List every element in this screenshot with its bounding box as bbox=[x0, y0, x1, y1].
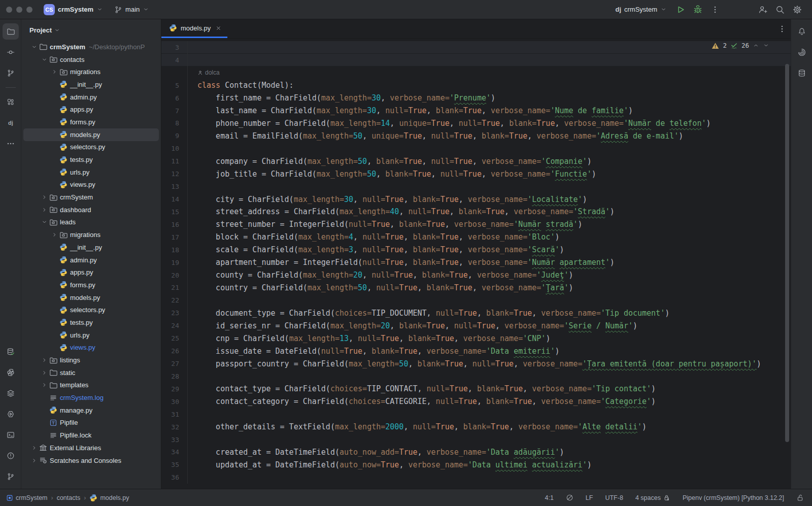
tree-item-crmSystem[interactable]: crmSystem bbox=[23, 191, 159, 204]
tool-services-button[interactable] bbox=[3, 385, 19, 401]
line-number[interactable]: 3 bbox=[161, 41, 188, 54]
line-number[interactable]: 9 bbox=[161, 129, 188, 142]
tree-item-dashboard[interactable]: dashboard bbox=[23, 204, 159, 216]
tree-item-migrations[interactable]: migrations bbox=[23, 228, 159, 241]
tree-item-tests.py[interactable]: tests.py bbox=[23, 316, 159, 329]
line-number[interactable]: 6 bbox=[161, 92, 188, 105]
code-line-4[interactable]: 4 bbox=[161, 54, 791, 66]
line-number[interactable]: 12 bbox=[161, 167, 188, 180]
editor-options-button[interactable] bbox=[773, 19, 791, 38]
line-number[interactable]: 7 bbox=[161, 105, 188, 117]
status-caret-position[interactable]: 4:1 bbox=[545, 494, 553, 501]
code-line-22[interactable]: 22 bbox=[161, 294, 791, 307]
prev-problem-icon[interactable] bbox=[753, 42, 759, 49]
tree-item-urls.py[interactable]: urls.py bbox=[23, 329, 159, 342]
line-number[interactable]: 19 bbox=[161, 256, 188, 269]
zoom-window-button[interactable] bbox=[26, 7, 32, 13]
line-number[interactable]: 31 bbox=[161, 408, 188, 421]
tree-item-migrations[interactable]: migrations bbox=[23, 65, 159, 78]
code-line-18[interactable]: 18 scale = CharField(max_length=3, null=… bbox=[161, 244, 791, 256]
code-line-9[interactable]: 9 email = EmailField(max_length=50, uniq… bbox=[161, 129, 791, 142]
code-area[interactable]: 2 26 34 dolca5class Contact(Model):6 fir… bbox=[161, 39, 791, 489]
tool-notifications-button[interactable] bbox=[794, 23, 810, 40]
tree-item-apps.py[interactable]: apps.py bbox=[23, 266, 159, 279]
line-number[interactable]: 16 bbox=[161, 218, 188, 231]
tool-more-tool-windows-button[interactable] bbox=[3, 136, 19, 152]
code-line-35[interactable]: 35 updated_at = DateTimeField(auto_now=T… bbox=[161, 458, 791, 471]
code-line-33[interactable]: 33 bbox=[161, 433, 791, 446]
chevron-right-icon[interactable] bbox=[50, 231, 59, 239]
chevron-right-icon[interactable] bbox=[40, 368, 49, 377]
line-number[interactable]: 22 bbox=[161, 294, 188, 307]
line-number[interactable]: 24 bbox=[161, 319, 188, 332]
code-line-3[interactable]: 3 bbox=[161, 41, 791, 54]
chevron-down-icon[interactable] bbox=[40, 218, 49, 226]
tree-item-admin.py[interactable]: admin.py bbox=[23, 254, 159, 266]
minimize-window-button[interactable] bbox=[16, 7, 22, 13]
line-number[interactable]: 30 bbox=[161, 395, 188, 408]
line-number[interactable]: 17 bbox=[161, 231, 188, 244]
line-number[interactable]: 29 bbox=[161, 383, 188, 395]
code-with-me-button[interactable] bbox=[755, 2, 770, 17]
tool-problems-button[interactable] bbox=[3, 448, 19, 464]
status-encoding[interactable]: UTF-8 bbox=[605, 494, 623, 501]
tree-item-forms.py[interactable]: forms.py bbox=[23, 279, 159, 291]
tree-item-models.py[interactable]: models.py bbox=[23, 128, 159, 141]
tree-item-urls.py[interactable]: urls.py bbox=[23, 166, 159, 179]
line-number[interactable]: 15 bbox=[161, 206, 188, 218]
tree-item-__init__.py[interactable]: __init__.py bbox=[23, 241, 159, 254]
tree-item-Pipfile.lock[interactable]: Pipfile.lock bbox=[23, 429, 159, 442]
code-line-20[interactable]: 20 county = CharField(max_length=20, nul… bbox=[161, 269, 791, 282]
next-problem-icon[interactable] bbox=[763, 42, 769, 49]
tool-structure-button[interactable] bbox=[3, 94, 19, 110]
code-line-7[interactable]: 7 last_name = CharField(max_length=30, n… bbox=[161, 105, 791, 117]
code-line-21[interactable]: 21 country = CharField(max_length=50, nu… bbox=[161, 282, 791, 294]
code-line-10[interactable]: 10 bbox=[161, 142, 791, 155]
tree-item-tests.py[interactable]: tests.py bbox=[23, 153, 159, 166]
code-line-13[interactable]: 13 bbox=[161, 180, 791, 193]
tool-python-packages-button[interactable] bbox=[3, 364, 19, 381]
line-number[interactable]: 32 bbox=[161, 421, 188, 433]
line-number[interactable]: 20 bbox=[161, 269, 188, 282]
chevron-right-icon[interactable] bbox=[40, 381, 49, 389]
chevron-right-icon[interactable] bbox=[29, 444, 39, 452]
tool-database-button[interactable] bbox=[3, 344, 19, 360]
tree-item-selectors.py[interactable]: selectors.py bbox=[23, 303, 159, 316]
tree-item-leads[interactable]: leads bbox=[23, 216, 159, 229]
line-number[interactable]: 23 bbox=[161, 307, 188, 319]
code-line-25[interactable]: 25 cnp = CharField(max_length=13, null=T… bbox=[161, 332, 791, 345]
tree-item-listings[interactable]: listings bbox=[23, 354, 159, 366]
line-number[interactable]: 33 bbox=[161, 433, 188, 446]
tool-commit-button[interactable] bbox=[3, 44, 19, 60]
chevron-right-icon[interactable] bbox=[40, 206, 49, 214]
line-number[interactable]: 26 bbox=[161, 345, 188, 357]
close-tab-icon[interactable] bbox=[214, 24, 222, 32]
chevron-right-icon[interactable] bbox=[29, 456, 39, 464]
code-line-36[interactable]: 36 bbox=[161, 471, 791, 484]
chevron-right-icon[interactable] bbox=[40, 193, 49, 201]
breadcrumb-contacts[interactable]: contacts bbox=[57, 494, 81, 501]
code-line-12[interactable]: 12 job_title = CharField(max_length=50, … bbox=[161, 167, 791, 180]
line-number[interactable]: 21 bbox=[161, 282, 188, 294]
tool-terminal-button[interactable] bbox=[3, 427, 19, 443]
code-line-15[interactable]: 15 street_address = CharField(max_length… bbox=[161, 206, 791, 218]
chevron-down-icon[interactable] bbox=[29, 43, 39, 51]
tree-item-__init__.py[interactable]: __init__.py bbox=[23, 78, 159, 91]
breadcrumb-models.py[interactable]: models.py bbox=[89, 494, 129, 502]
search-everywhere-button[interactable] bbox=[772, 2, 788, 17]
code-line-32[interactable]: 32 other_details = TextField(max_length=… bbox=[161, 421, 791, 433]
tool-git-button[interactable] bbox=[3, 65, 19, 81]
tree-item-views.py[interactable]: views.py bbox=[23, 179, 159, 191]
tool-run-button[interactable] bbox=[3, 406, 19, 422]
tree-item-selectors.py[interactable]: selectors.py bbox=[23, 141, 159, 154]
code-line-6[interactable]: 6 first_name = CharField(max_length=30, … bbox=[161, 92, 791, 105]
tree-item-contacts[interactable]: contacts bbox=[23, 53, 159, 66]
code-line-27[interactable]: 27 passport_country = CharField(max_leng… bbox=[161, 357, 791, 370]
chevron-right-icon[interactable] bbox=[40, 356, 49, 364]
line-number[interactable]: 8 bbox=[161, 117, 188, 130]
code-line-19[interactable]: 19 apartment_number = IntegerField(null=… bbox=[161, 256, 791, 269]
tree-item-apps.py[interactable]: apps.py bbox=[23, 103, 159, 116]
inspection-widget[interactable]: 2 26 bbox=[712, 42, 769, 49]
code-line-23[interactable]: 23 document_type = CharField(choices=TIP… bbox=[161, 307, 791, 319]
code-line-26[interactable]: 26 issue_date = DateField(null=True, bla… bbox=[161, 345, 791, 357]
